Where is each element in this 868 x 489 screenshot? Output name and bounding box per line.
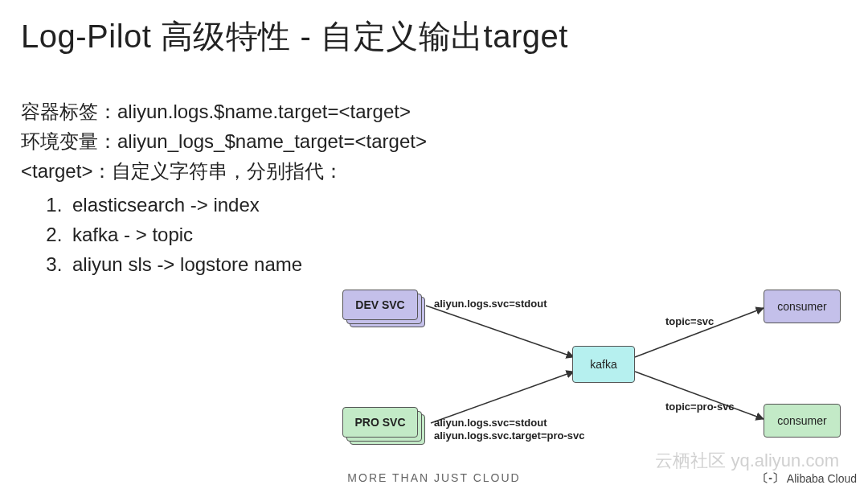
edge-label-topic-pro: topic=pro-svc <box>665 401 735 413</box>
slide-body: 容器标签：aliyun.logs.$name.target=<target> 环… <box>21 97 427 279</box>
node-pro-svc: PRO SVC <box>342 407 418 438</box>
line-target-desc: <target>：自定义字符串，分别指代： <box>21 156 427 186</box>
footer-tagline: MORE THAN JUST CLOUD <box>0 471 868 484</box>
node-consumer-bottom: consumer <box>764 404 841 438</box>
edge-label-pro-2: aliyun.logs.svc.target=pro-svc <box>434 429 584 442</box>
line-env-var: 环境变量：aliyun_logs_$name_target=<target> <box>21 126 427 156</box>
target-item-sls: aliyun sls -> logstore name <box>68 249 427 279</box>
node-kafka: kafka <box>572 346 635 383</box>
svg-line-0 <box>426 306 574 357</box>
edge-label-pro-1: aliyun.logs.svc=stdout <box>434 417 547 429</box>
node-dev-svc: DEV SVC <box>342 290 418 320</box>
brand-text: Alibaba Cloud <box>787 472 857 485</box>
edge-label-dev: aliyun.logs.svc=stdout <box>434 298 547 310</box>
slide-title: Log-Pilot 高级特性 - 自定义输出target <box>21 14 568 59</box>
brand-label: 〔-〕 Alibaba Cloud <box>757 471 857 486</box>
architecture-diagram: DEV SVC PRO SVC kafka consumer consumer … <box>0 281 868 466</box>
target-list: elasticsearch -> index kafka - > topic a… <box>68 190 427 280</box>
edge-label-topic-svc: topic=svc <box>665 315 714 327</box>
target-item-kafka: kafka - > topic <box>68 220 427 249</box>
line-container-label: 容器标签：aliyun.logs.$name.target=<target> <box>21 97 427 126</box>
node-consumer-top: consumer <box>764 290 841 323</box>
brand-bracket-icon: 〔-〕 <box>757 471 784 486</box>
watermark-text: 云栖社区 yq.aliyun.com <box>655 449 839 473</box>
target-item-es: elasticsearch -> index <box>68 190 427 220</box>
svg-line-1 <box>431 372 574 423</box>
